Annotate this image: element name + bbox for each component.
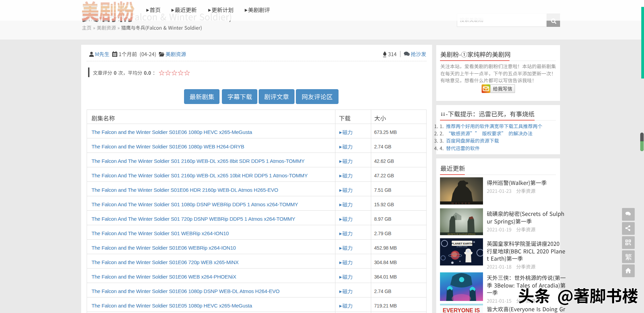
svg-text:PLANET EARTH: PLANET EARTH	[451, 242, 473, 245]
svg-text:A USERS GUIDE: A USERS GUIDE	[457, 246, 467, 248]
svg-text:SECRETS OF SULPHUR SPRINGS: SECRETS OF SULPHUR SPRINGS	[447, 233, 475, 235]
svg-text:WALKER: WALKER	[451, 202, 472, 205]
svg-text:EVERYONE IS: EVERYONE IS	[443, 307, 480, 313]
